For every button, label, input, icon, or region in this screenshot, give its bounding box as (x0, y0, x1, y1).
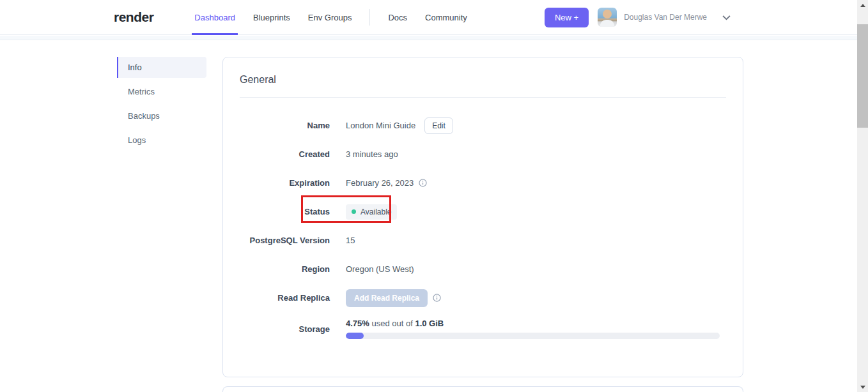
storage-usage-text: 4.75% used out of 1.0 GiB (346, 319, 720, 328)
status-badge: Available (346, 204, 397, 220)
avatar[interactable] (598, 8, 617, 27)
storage-progress-fill (346, 333, 364, 339)
region-label: Region (223, 264, 330, 274)
storage-value-group: 4.75% used out of 1.0 GiB (346, 319, 720, 339)
created-label: Created (223, 149, 330, 159)
scrollbar-thumb[interactable] (857, 24, 868, 128)
row-region: Region Oregon (US West) (223, 255, 743, 283)
sidebar-item-info[interactable]: Info (117, 57, 206, 78)
expiration-label: Expiration (223, 178, 330, 188)
expiration-info-icon[interactable] (419, 179, 427, 187)
new-button[interactable]: New + (545, 8, 589, 27)
subheader-strip (0, 36, 857, 40)
scroll-up-arrow-icon[interactable] (857, 0, 868, 10)
storage-middle-text: used out of (369, 319, 415, 328)
row-postgresql-version: PostgreSQL Version 15 (223, 226, 743, 255)
nav-item-env-groups[interactable]: Env Groups (299, 0, 361, 34)
name-label: Name (223, 121, 330, 130)
render-logo[interactable]: render (114, 10, 153, 25)
nav-divider (369, 9, 370, 26)
name-value-group: London Mini Guide Edit (346, 117, 453, 134)
row-status: Status Available (223, 197, 743, 226)
read-replica-info-icon[interactable] (433, 294, 441, 302)
nav-item-docs[interactable]: Docs (379, 0, 416, 34)
panel-title: General (223, 57, 743, 86)
region-value: Oregon (US West) (346, 264, 414, 274)
sidebar-item-backups[interactable]: Backups (117, 105, 206, 126)
name-value: London Mini Guide (346, 121, 415, 130)
status-badge-label: Available (360, 207, 391, 216)
read-replica-label: Read Replica (223, 293, 330, 303)
sidebar: Info Metrics Backups Logs (117, 57, 206, 154)
postgresql-version-value: 15 (346, 236, 355, 245)
row-read-replica: Read Replica Add Read Replica (223, 283, 743, 312)
next-panel-top-edge (222, 386, 743, 392)
info-rows: Name London Mini Guide Edit Created 3 mi… (223, 98, 743, 339)
status-dot-icon (352, 209, 356, 214)
status-value-group: Available (346, 204, 397, 220)
general-panel: General Name London Mini Guide Edit Crea… (222, 57, 743, 377)
user-name[interactable]: Douglas Van Der Merwe (624, 13, 707, 22)
expiration-value: February 26, 2023 (346, 178, 414, 188)
read-replica-value-group: Add Read Replica (346, 289, 441, 307)
created-value: 3 minutes ago (346, 149, 398, 159)
row-name: Name London Mini Guide Edit (223, 111, 743, 140)
storage-label: Storage (223, 324, 330, 334)
row-expiration: Expiration February 26, 2023 (223, 169, 743, 197)
nav-item-blueprints[interactable]: Blueprints (244, 0, 299, 34)
top-nav-bar: render Dashboard Blueprints Env Groups D… (0, 0, 857, 35)
page-scrollbar[interactable] (857, 0, 868, 392)
header-right-group: New + Douglas Van Der Merwe (545, 8, 731, 27)
row-storage: Storage 4.75% used out of 1.0 GiB (223, 319, 743, 339)
edit-name-button[interactable]: Edit (424, 117, 453, 134)
sidebar-item-logs[interactable]: Logs (117, 130, 206, 151)
storage-used-pct: 4.75% (346, 319, 369, 328)
sidebar-item-metrics[interactable]: Metrics (117, 81, 206, 102)
nav-item-dashboard[interactable]: Dashboard (185, 0, 244, 34)
add-read-replica-button[interactable]: Add Read Replica (346, 289, 428, 307)
storage-progress-track (346, 333, 720, 339)
storage-total: 1.0 GiB (415, 319, 444, 328)
row-created: Created 3 minutes ago (223, 140, 743, 169)
status-label: Status (223, 207, 330, 216)
postgresql-version-label: PostgreSQL Version (223, 236, 330, 245)
chevron-down-icon[interactable] (722, 15, 731, 20)
main-nav: Dashboard Blueprints Env Groups Docs Com… (185, 0, 476, 34)
nav-item-community[interactable]: Community (416, 0, 476, 34)
expiration-value-group: February 26, 2023 (346, 178, 427, 188)
scroll-down-arrow-icon[interactable] (857, 382, 868, 392)
